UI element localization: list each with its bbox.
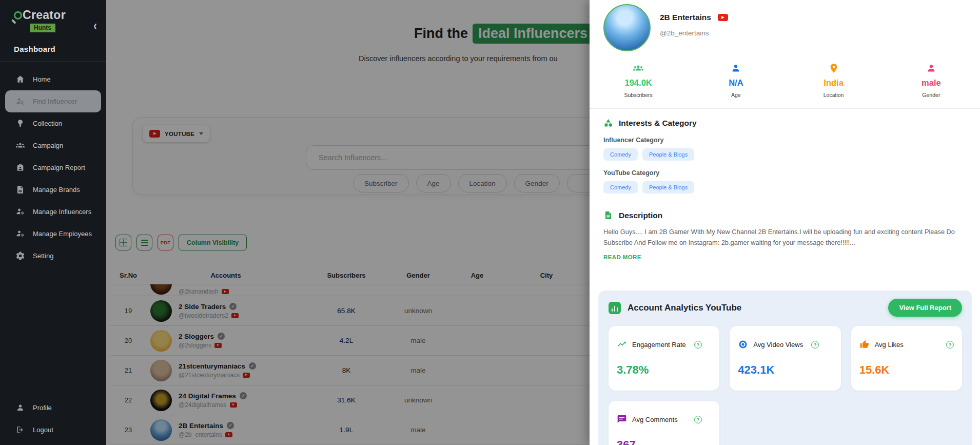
lightbulb-icon: [15, 119, 25, 128]
analytics-title: Account Analytics YouTube: [628, 303, 741, 313]
home-icon: [15, 74, 25, 84]
section-title: Description: [619, 211, 662, 220]
sidebar-item-campaign[interactable]: Campaign: [5, 134, 101, 157]
sidebar-item-label: Manage Employees: [33, 230, 92, 238]
category-tag: Comedy: [603, 148, 638, 161]
title-prefix: Find the: [414, 26, 468, 42]
card-avg-likes: Avg Likes 15.6K: [851, 326, 962, 391]
column-visibility-button[interactable]: Column Visibility: [179, 235, 247, 250]
youtube-icon: [231, 313, 239, 318]
sidebar-item-manage-employees[interactable]: Manage Employees: [5, 223, 101, 245]
sidebar-item-collection[interactable]: Collection: [5, 112, 101, 134]
col-header-city: City: [505, 272, 587, 279]
sidebar-item-find-influencer[interactable]: Find Influencer: [5, 90, 101, 112]
youtube-category-label: YouTube Category: [603, 169, 697, 177]
sidebar-item-manage-influencers[interactable]: Manage Influencers: [5, 201, 101, 223]
sidebar-title: Dashboard: [0, 32, 106, 62]
influencer-detail-panel: 2B Entertains @2b_entertains 194.0K Subs…: [590, 0, 980, 445]
sidebar-item-label: Manage Influencers: [33, 208, 91, 216]
location-pin-icon: [828, 63, 839, 74]
list-view-button[interactable]: [136, 235, 152, 250]
chevron-left-icon[interactable]: ‹: [93, 17, 97, 33]
card-engagement-rate: Engagement Rate 3.78%: [609, 326, 719, 391]
filter-pill-subscriber[interactable]: Subscriber: [353, 174, 409, 192]
title-highlight: Ideal Influencers: [473, 24, 593, 44]
table-row-partial[interactable]: @2kanandash: [110, 284, 603, 296]
stat-age: N/A Age: [687, 63, 785, 98]
youtube-icon: [243, 373, 250, 378]
col-header-age: Age: [449, 272, 505, 279]
platform-label: YOUTUBE: [165, 131, 194, 137]
stat-label: Subscribers: [624, 92, 652, 98]
verified-badge-icon: [218, 333, 225, 340]
table-toolbar: PDF Column Visibility: [115, 235, 247, 250]
thumb-up-icon: [859, 339, 870, 350]
account-handle: @24digitalframes: [179, 401, 227, 409]
row-subscribers: 31.6K: [305, 396, 387, 404]
sidebar-item-campaign-report[interactable]: Campaign Report: [5, 157, 101, 179]
description-text: Hello Guys.... I am 2B Gamer WIth My New…: [603, 227, 974, 248]
table-row[interactable]: 20 2 Sloggers @2sloggers 4.2L male: [110, 326, 603, 356]
influencer-category-tags: Comedy People & Blogs: [603, 148, 697, 161]
analytics-section: Account Analytics YouTube View Full Repo…: [598, 291, 972, 445]
search-input[interactable]: [306, 145, 614, 170]
row-gender: male: [387, 337, 449, 344]
stat-label: Age: [731, 92, 741, 98]
comment-icon: [617, 414, 627, 424]
account-name: 2 Side Traders: [179, 303, 226, 311]
row-srno: 20: [110, 337, 146, 344]
view-full-report-button[interactable]: View Full Report: [888, 299, 962, 317]
help-icon[interactable]: [694, 416, 702, 423]
sidebar-item-label: Manage Brands: [33, 186, 80, 194]
pdf-icon: PDF: [161, 240, 171, 245]
table-row[interactable]: 21 21stcenturymaniacs @21stcenturymaniac…: [110, 356, 603, 385]
filter-pill-location[interactable]: Location: [458, 174, 507, 192]
magnifier-icon: [14, 11, 22, 20]
row-subscribers: 1.9L: [305, 426, 387, 434]
table-row[interactable]: 22 24 Digital Frames @24digitalframes 31…: [110, 385, 603, 415]
pdf-export-button[interactable]: PDF: [158, 235, 173, 250]
sidebar-item-logout[interactable]: Logout: [5, 419, 101, 441]
filter-pill-age[interactable]: Age: [416, 174, 451, 192]
verified-badge-icon: [249, 362, 256, 370]
eye-icon: [738, 339, 748, 350]
influencer-handle: @2b_entertains: [660, 29, 709, 37]
stat-value: India: [824, 78, 844, 88]
account-cell: 24 Digital Frames @24digitalframes: [146, 390, 305, 411]
read-more-link[interactable]: READ MORE: [603, 254, 974, 260]
youtube-icon: [214, 343, 222, 348]
row-subscribers: 65.8K: [305, 307, 387, 315]
card-value: 423.1K: [738, 363, 832, 377]
category-icon: [603, 118, 613, 128]
account-cell: 2 Sloggers @2sloggers: [146, 330, 305, 352]
analytics-cards: Engagement Rate 3.78% Avg Video Views 42…: [609, 326, 962, 445]
sidebar-item-home[interactable]: Home: [5, 68, 101, 90]
col-header-accounts: Accounts: [146, 272, 305, 279]
help-icon[interactable]: [811, 341, 819, 349]
account-cell: 2B Entertains @2b_entertains: [146, 419, 305, 441]
sidebar-item-label: Logout: [33, 426, 53, 434]
account-name: 21stcenturymaniacs: [179, 362, 245, 370]
table-row[interactable]: 19 2 Side Traders @twosidetraders2 65.8K…: [110, 296, 603, 326]
sidebar-item-label: Profile: [33, 404, 52, 412]
row-srno: 23: [110, 426, 146, 434]
logout-icon: [15, 425, 25, 435]
card-avg-video-views: Avg Video Views 423.1K: [730, 326, 840, 391]
brand-badge: Hunts: [30, 24, 55, 32]
sidebar-item-setting[interactable]: Setting: [5, 245, 101, 267]
stats-row: 194.0K Subscribers N/A Age India Locatio…: [590, 63, 980, 98]
platform-selector[interactable]: YOUTUBE: [143, 125, 210, 142]
row-gender: unknown: [387, 396, 449, 404]
grid-view-button[interactable]: [115, 235, 131, 250]
account-cell: 21stcenturymaniacs @21stcenturymaniacs: [146, 360, 305, 381]
help-icon[interactable]: [694, 341, 702, 349]
account-name: 2 Sloggers: [179, 333, 214, 340]
sidebar-item-profile[interactable]: Profile: [5, 397, 101, 419]
avatar: [150, 300, 172, 322]
youtube-icon: [230, 402, 237, 408]
filter-pill-gender[interactable]: Gender: [514, 174, 560, 192]
table-row[interactable]: 23 2B Entertains @2b_entertains 1.9L mal…: [110, 415, 603, 445]
help-icon[interactable]: [946, 341, 954, 349]
groups-icon: [15, 141, 25, 150]
sidebar-item-manage-brands[interactable]: Manage Brands: [5, 179, 101, 201]
